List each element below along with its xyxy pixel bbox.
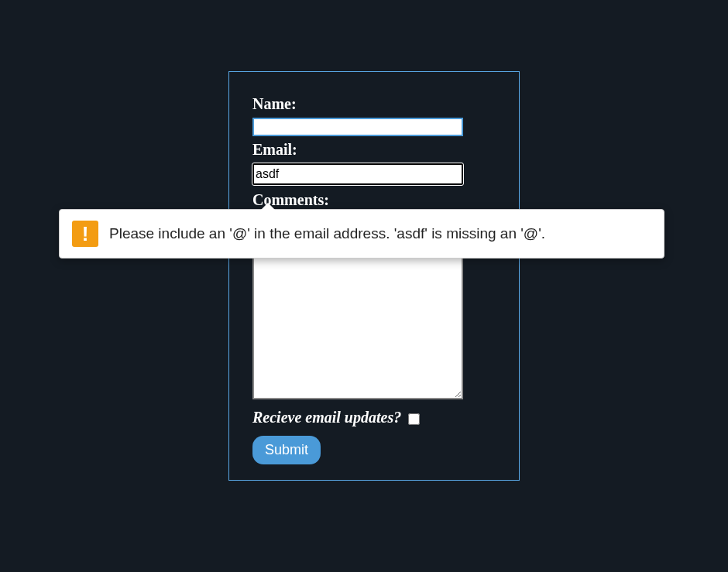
email-updates-label: Recieve email updates? <box>252 409 401 426</box>
submit-button[interactable]: Submit <box>252 436 321 464</box>
comments-label: Comments: <box>252 191 496 209</box>
contact-form: Name: Email: Comments: Recieve email upd… <box>228 71 520 481</box>
email-updates-row: Recieve email updates? <box>252 409 496 426</box>
name-label: Name: <box>252 95 496 113</box>
email-input[interactable] <box>252 163 463 185</box>
email-updates-checkbox[interactable] <box>408 413 420 425</box>
validation-tooltip: ! Please include an '@' in the email add… <box>59 209 664 259</box>
email-field: Email: <box>252 141 496 185</box>
name-field: Name: <box>252 95 496 136</box>
validation-message: Please include an '@' in the email addre… <box>109 225 545 242</box>
warning-icon: ! <box>72 221 98 247</box>
name-input[interactable] <box>252 118 463 136</box>
email-label: Email: <box>252 141 496 159</box>
